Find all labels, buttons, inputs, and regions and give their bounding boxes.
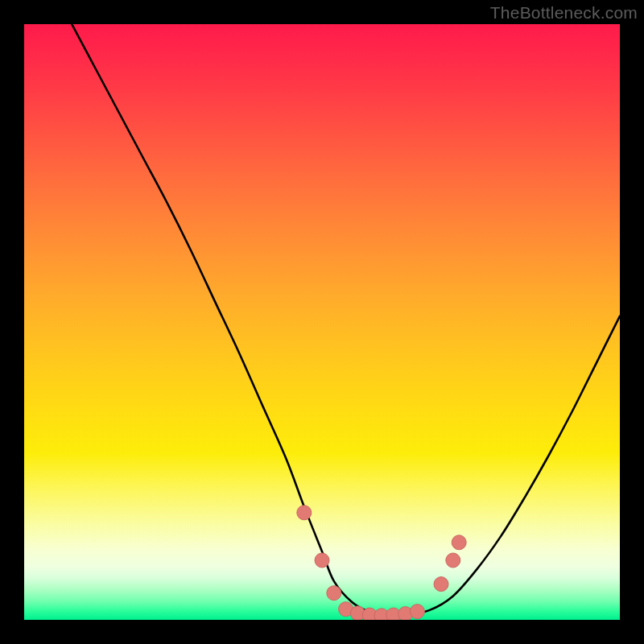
- watermark-text: TheBottleneck.com: [490, 3, 638, 23]
- marker-group: [297, 506, 466, 620]
- curve-marker: [410, 605, 424, 619]
- bottleneck-curve-path: [72, 24, 620, 616]
- plot-area: [24, 24, 620, 620]
- chart-frame: TheBottleneck.com: [0, 0, 644, 644]
- bottleneck-curve-svg: [24, 24, 620, 620]
- curve-marker: [446, 553, 460, 568]
- curve-marker: [434, 577, 448, 592]
- curve-marker: [452, 535, 466, 550]
- curve-marker: [327, 586, 341, 601]
- curve-marker: [297, 506, 312, 520]
- curve-marker: [315, 553, 329, 568]
